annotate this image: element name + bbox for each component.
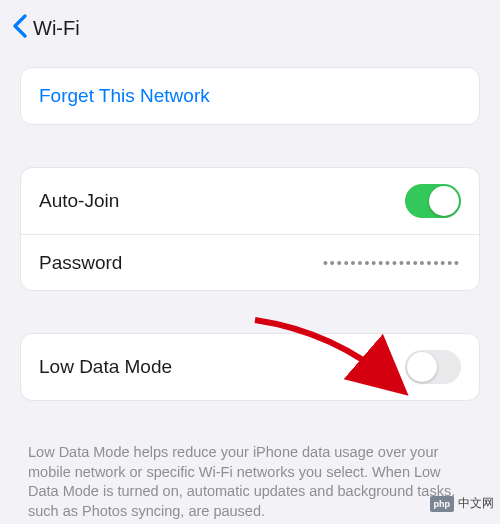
forget-network-group: Forget This Network: [20, 67, 480, 125]
password-row[interactable]: Password ••••••••••••••••••••: [21, 234, 479, 290]
low-data-mode-row: Low Data Mode: [21, 334, 479, 400]
watermark: php 中文网: [430, 495, 495, 512]
low-data-mode-description: Low Data Mode helps reduce your iPhone d…: [28, 443, 472, 521]
low-data-mode-toggle[interactable]: [405, 350, 461, 384]
low-data-mode-group: Low Data Mode: [20, 333, 480, 401]
low-data-mode-label: Low Data Mode: [39, 356, 172, 378]
watermark-badge: php: [430, 496, 455, 512]
watermark-text: 中文网: [458, 495, 494, 512]
nav-bar: Wi-Fi: [0, 0, 500, 67]
password-label: Password: [39, 252, 122, 274]
auto-join-toggle[interactable]: [405, 184, 461, 218]
auto-join-label: Auto-Join: [39, 190, 119, 212]
password-value: ••••••••••••••••••••: [323, 255, 461, 271]
toggle-knob: [407, 352, 437, 382]
auto-join-row: Auto-Join: [21, 168, 479, 234]
forget-network-button[interactable]: Forget This Network: [21, 68, 479, 124]
back-chevron-icon[interactable]: [12, 14, 27, 43]
forget-network-label: Forget This Network: [39, 85, 210, 107]
toggle-knob: [429, 186, 459, 216]
nav-title[interactable]: Wi-Fi: [33, 17, 80, 40]
connection-settings-group: Auto-Join Password ••••••••••••••••••••: [20, 167, 480, 291]
